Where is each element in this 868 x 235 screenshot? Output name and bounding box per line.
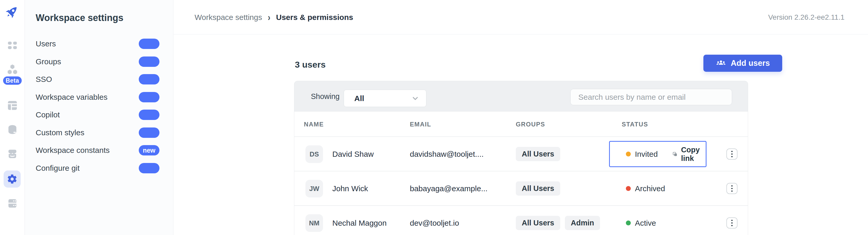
settings-gear-icon: [7, 174, 18, 184]
settings-gear-active-item[interactable]: [4, 171, 21, 188]
sidebar-item-configure-git[interactable]: Configure git: [25, 159, 173, 177]
new-badge: new: [139, 145, 159, 155]
user-count-label: 3 users: [295, 59, 326, 70]
sidebar-item-custom-styles[interactable]: Custom styles: [25, 124, 173, 142]
chevron-right-icon: ›: [268, 12, 270, 23]
chevron-down-icon: [411, 94, 420, 103]
sidebar-menu: Users Groups SSO Workspace variables Cop…: [25, 35, 173, 177]
avatar: JW: [305, 180, 323, 198]
breadcrumb-root-link[interactable]: Workspace settings: [194, 13, 262, 22]
group-badge: All Users: [516, 181, 560, 195]
user-name: David Shaw: [332, 137, 374, 171]
sidebar-item-sso[interactable]: SSO: [25, 71, 173, 88]
table-body: DS David Shaw davidshaw@tooljet.... All …: [294, 137, 748, 235]
sidebar-item-users[interactable]: Users: [25, 35, 173, 53]
row-menu-button[interactable]: [726, 217, 738, 229]
page-header: Workspace settings › Users & permissions…: [174, 0, 868, 34]
column-header-status: STATUS: [622, 112, 648, 137]
user-email: davidshaw@tooljet....: [410, 137, 484, 171]
copy-link-label: Copy link: [681, 146, 706, 163]
new-badge: [139, 163, 159, 173]
add-users-button[interactable]: Add users: [703, 55, 782, 72]
table-header-row: NAME EMAIL GROUPS STATUS: [294, 112, 748, 137]
user-name: Nechal Maggon: [332, 206, 386, 235]
copy-link-button[interactable]: Copy link: [672, 146, 706, 163]
users-table: NAME EMAIL GROUPS STATUS DS David Shaw d…: [294, 112, 748, 235]
user-groups: All Users: [516, 171, 560, 206]
status-filter-select[interactable]: All: [344, 90, 426, 107]
status-cell: Active: [609, 210, 707, 235]
sidebar-item-workspace-variables[interactable]: Workspace variables: [25, 88, 173, 106]
status-dot-icon: [626, 220, 631, 226]
sidebar-item-label: Copilot: [36, 110, 60, 119]
avatar-initials: DS: [310, 150, 319, 158]
row-menu-button[interactable]: [726, 183, 738, 194]
marketplace-icon[interactable]: [6, 148, 18, 160]
beta-badge: Beta: [2, 76, 23, 85]
table-row: NM Nechal Maggon dev@tooljet.io All User…: [294, 206, 748, 235]
new-badge: [139, 38, 159, 49]
sidebar-item-label: SSO: [36, 75, 52, 84]
status-label: Active: [635, 219, 656, 228]
group-badge: All Users: [516, 216, 560, 230]
user-email: babayaga@example...: [410, 171, 488, 206]
sidebar-item-groups[interactable]: Groups: [25, 53, 173, 71]
status-cell: Invited Copy link: [609, 141, 707, 167]
avatar-initials: JW: [309, 185, 319, 193]
user-name: John Wick: [332, 171, 368, 206]
avatar-initials: NM: [309, 219, 319, 227]
status-dot-icon: [626, 186, 631, 191]
apps-grid-icon[interactable]: [6, 40, 18, 51]
column-header-groups: GROUPS: [516, 112, 545, 137]
workflows-icon[interactable]: [6, 63, 18, 75]
table-row: DS David Shaw davidshaw@tooljet.... All …: [294, 137, 748, 171]
user-groups: All Users: [516, 137, 560, 171]
avatar: DS: [305, 145, 323, 163]
version-label: Version 2.26.2-ee2.11.1: [768, 0, 844, 34]
new-badge: [139, 128, 159, 138]
avatar: NM: [305, 214, 323, 232]
status-label: Archived: [635, 184, 665, 193]
column-header-email: EMAIL: [410, 112, 431, 137]
icon-rail: Beta: [0, 0, 25, 235]
audit-logs-icon[interactable]: [6, 198, 18, 210]
users-table-card: Showing All NAME EMAIL GROUPS STATUS DS …: [294, 81, 748, 235]
new-badge: [139, 56, 159, 67]
status-label: Invited: [635, 150, 658, 159]
users-group-icon: [716, 58, 726, 69]
table-filter-bar: Showing All: [294, 81, 748, 112]
sidebar-item-label: Users: [36, 40, 56, 48]
user-email: dev@tooljet.io: [410, 206, 459, 235]
showing-label: Showing: [311, 81, 340, 112]
new-badge: [139, 92, 159, 102]
sidebar-title: Workspace settings: [36, 12, 123, 23]
sidebar-item-label: Configure git: [36, 164, 80, 173]
search-users-input[interactable]: [570, 89, 732, 105]
sidebar-item-copilot[interactable]: Copilot: [25, 106, 173, 124]
app-window: Beta: [0, 0, 868, 235]
status-dot-icon: [626, 152, 631, 156]
breadcrumb-current: Users & permissions: [276, 13, 353, 22]
group-badge: All Users: [516, 147, 560, 161]
tooljet-rocket-logo[interactable]: [5, 5, 19, 19]
group-badge: Admin: [565, 216, 600, 230]
add-users-label: Add users: [731, 58, 770, 68]
breadcrumb: Workspace settings › Users & permissions: [194, 0, 353, 34]
sidebar-item-label: Groups: [36, 57, 61, 66]
workspace-settings-sidebar: Workspace settings Users Groups SSO Work…: [25, 0, 174, 235]
status-filter-value: All: [354, 94, 411, 103]
new-badge: [139, 110, 159, 120]
table-row: JW John Wick babayaga@example... All Use…: [294, 171, 748, 206]
sidebar-item-label: Custom styles: [36, 128, 84, 137]
sidebar-item-label: Workspace constants: [36, 146, 110, 155]
column-header-name: NAME: [304, 112, 324, 137]
table-editor-icon[interactable]: [6, 100, 18, 111]
copy-icon: [672, 150, 678, 158]
database-icon[interactable]: [6, 124, 18, 135]
sidebar-item-workspace-constants[interactable]: Workspace constants new: [25, 141, 173, 159]
sidebar-item-label: Workspace variables: [36, 93, 107, 102]
row-menu-button[interactable]: [726, 149, 738, 160]
new-badge: [139, 74, 159, 84]
users-permissions-page: 3 users Add users Showing All: [174, 35, 868, 235]
status-cell: Archived: [609, 176, 707, 202]
